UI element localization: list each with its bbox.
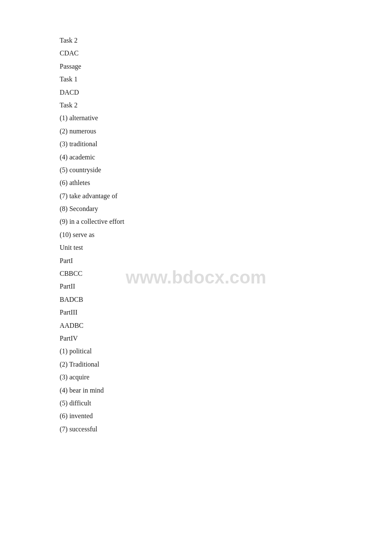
line-item-part1: PartI xyxy=(60,254,332,267)
line-item-item7: (7) take advantage of xyxy=(60,190,332,202)
line-item-item4: (4) academic xyxy=(60,151,332,164)
line-item-item1: (1) alternative xyxy=(60,112,332,124)
line-item-aadbc: AADBC xyxy=(60,319,332,332)
line-item-badcb: BADCB xyxy=(60,293,332,306)
line-item-p4item3: (3) acquire xyxy=(60,371,332,384)
line-item-item2: (2) numerous xyxy=(60,125,332,138)
line-item-item3: (3) traditional xyxy=(60,138,332,150)
line-item-unit-test: Unit test xyxy=(60,241,332,254)
content-list: Task 2CDACPassageTask 1DACDTask 2(1) alt… xyxy=(60,34,332,436)
line-item-dacd: DACD xyxy=(60,86,332,99)
line-item-p4item7: (7) successful xyxy=(60,423,332,436)
line-item-item5: (5) countryside xyxy=(60,164,332,176)
line-item-passage: Passage xyxy=(60,60,332,73)
line-item-item9: (9) in a collective effort xyxy=(60,215,332,228)
line-item-p4item2: (2) Traditional xyxy=(60,358,332,371)
line-item-p4item4: (4) bear in mind xyxy=(60,384,332,397)
line-item-part2: PartII xyxy=(60,280,332,293)
line-item-item10: (10) serve as xyxy=(60,228,332,241)
line-item-item6: (6) athletes xyxy=(60,176,332,189)
line-item-cbbcc: CBBCC xyxy=(60,267,332,280)
line-item-part3: PartIII xyxy=(60,306,332,319)
line-item-p4item6: (6) invented xyxy=(60,410,332,422)
line-item-cdac: CDAC xyxy=(60,47,332,60)
line-item-task2-2: Task 2 xyxy=(60,99,332,112)
line-item-item8: (8) Secondary xyxy=(60,202,332,215)
line-item-task1-1: Task 1 xyxy=(60,73,332,86)
line-item-p4item1: (1) political xyxy=(60,345,332,358)
line-item-part4: PartIV xyxy=(60,332,332,345)
line-item-p4item5: (5) difficult xyxy=(60,397,332,410)
line-item-task2-1: Task 2 xyxy=(60,34,332,47)
